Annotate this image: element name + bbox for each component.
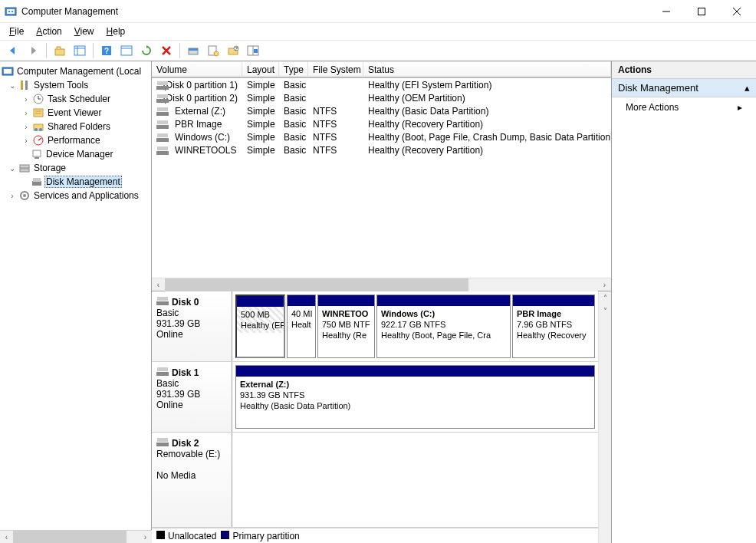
show-hide-tree-button[interactable] [71,42,88,59]
tree-event-viewer[interactable]: › Event Viewer [0,106,151,120]
volume-row[interactable]: (Disk 0 partition 2)SimpleBasicHealthy (… [152,91,611,104]
partition-pbr-image[interactable]: PBR Image7.96 GB NTFSHealthy (Recovery [512,295,595,358]
svg-point-21 [214,51,219,56]
col-type[interactable]: Type [279,61,308,77]
legend-primary: Primary partition [221,531,299,541]
partition-external-z[interactable]: External (Z:)931.39 GB NTFSHealthy (Basi… [235,365,595,429]
expand-icon[interactable]: › [8,192,17,200]
window-title: Computer Management [21,6,118,17]
menu-file[interactable]: File [5,25,28,38]
graphical-vscrollbar[interactable]: ˄ ˅ [598,291,611,543]
collapse-icon[interactable]: ⌄ [8,81,17,90]
volume-row[interactable]: PBR ImageSimpleBasicNTFSHealthy (Recover… [152,117,611,130]
scroll-down-icon[interactable]: ˅ [599,304,611,318]
scroll-left-icon[interactable]: ‹ [152,278,165,291]
up-button[interactable] [51,42,68,59]
legend-unallocated: Unallocated [156,531,216,541]
storage-icon [18,162,31,174]
partition-winretools[interactable]: WINRETOO750 MB NTFHealthy (Re [317,295,375,358]
tree-task-scheduler[interactable]: › Task Scheduler [0,92,151,106]
tree-performance[interactable]: › Performance [0,133,151,147]
tree-system-tools[interactable]: ⌄ System Tools [0,78,151,92]
disk-header-2[interactable]: Disk 2 Removable (E:) No Media [152,433,232,527]
volume-icon [156,133,169,142]
tree-storage[interactable]: ⌄ Storage [0,161,151,175]
delete-button[interactable] [158,42,175,59]
svg-rect-30 [21,81,23,90]
menu-view[interactable]: View [70,25,99,38]
tree-device-manager[interactable]: Device Manager [0,147,151,161]
scroll-left-icon[interactable]: ‹ [0,531,13,543]
col-volume[interactable]: Volume [152,61,242,77]
menu-help[interactable]: Help [102,25,130,38]
svg-text:?: ? [104,47,109,55]
partition-disk0-p2[interactable]: 40 MIHealt [287,295,316,358]
svg-rect-29 [4,69,12,74]
scroll-right-icon[interactable]: › [139,531,152,543]
actions-selected[interactable]: Disk Management ▴ [612,79,756,97]
menu-action[interactable]: Action [31,25,66,38]
svg-point-40 [39,128,42,131]
actions-more[interactable]: More Actions ▸ [612,97,756,117]
svg-rect-3 [12,11,13,12]
properties-button[interactable] [118,42,135,59]
svg-rect-27 [254,49,258,53]
tool-icon-3[interactable]: ? [225,42,242,59]
partition-windows-c[interactable]: Windows (C:)922.17 GB NTFSHealthy (Boot,… [376,295,511,358]
toolbar: ? ? [0,40,756,61]
device-icon [31,148,43,160]
expand-icon[interactable]: › [21,95,31,104]
close-button[interactable] [719,1,754,22]
col-layout[interactable]: Layout [242,61,279,77]
tools-icon [18,79,31,91]
svg-rect-9 [74,46,85,55]
col-filesystem[interactable]: File System [308,61,363,77]
svg-rect-48 [33,178,41,182]
expand-icon[interactable]: › [21,123,31,131]
tree-root[interactable]: Computer Management (Local [0,64,151,78]
scroll-right-icon[interactable]: › [598,278,611,291]
disk-header-1[interactable]: Disk 1 Basic 931.39 GB Online [152,362,232,432]
forward-button[interactable] [25,42,41,59]
disk-mgmt-icon [31,176,43,188]
volume-row[interactable]: WINRETOOLSSimpleBasicNTFSHealthy (Recove… [152,143,611,156]
disk-icon [156,296,169,305]
tree-shared-folders[interactable]: › Shared Folders [0,120,151,133]
volume-icon [156,81,157,90]
tool-icon-1[interactable] [185,42,202,59]
tree-hscrollbar[interactable]: ‹ › [0,530,152,543]
maximize-button[interactable] [684,1,719,22]
tree-services-apps[interactable]: › Services and Applications [0,189,151,202]
tool-icon-4[interactable] [245,42,261,59]
volume-row[interactable]: (Disk 0 partition 1)SimpleBasicHealthy (… [152,78,611,91]
volume-row[interactable]: Windows (C:)SimpleBasicNTFSHealthy (Boot… [152,130,611,143]
help-button[interactable]: ? [98,42,115,59]
collapse-icon[interactable]: ⌄ [8,164,17,173]
svg-rect-1 [7,9,15,14]
back-button[interactable] [5,42,21,59]
disk-icon [156,367,169,376]
legend: Unallocated Primary partition [152,528,598,543]
col-status[interactable]: Status [363,61,611,77]
app-icon [5,5,17,18]
clock-icon [32,93,44,105]
svg-text:?: ? [235,46,238,51]
disk-header-0[interactable]: Disk 0 Basic 931.39 GB Online [152,291,232,361]
minimize-button[interactable] [649,1,684,22]
volume-row[interactable]: External (Z:)SimpleBasicNTFSHealthy (Bas… [152,104,611,117]
partition-disk0-p1[interactable]: 500 MBHealthy (EF [235,295,285,358]
details-pane: Volume Layout Type File System Status (D… [152,61,612,543]
tool-icon-2[interactable] [205,42,222,59]
volume-icon [156,107,169,116]
scroll-up-icon[interactable]: ˄ [599,291,611,304]
refresh-button[interactable] [138,42,155,59]
console-tree: Computer Management (Local ⌄ System Tool… [0,61,152,543]
volume-icon [156,94,157,103]
volume-hscrollbar[interactable]: ‹ › [152,278,611,291]
tree-disk-management[interactable]: Disk Management [0,175,151,189]
expand-icon[interactable]: › [21,137,31,145]
expand-icon[interactable]: › [21,109,31,117]
svg-rect-19 [189,48,198,51]
disk-row-1: Disk 1 Basic 931.39 GB Online External (… [152,362,598,433]
actions-header: Actions [612,61,756,79]
